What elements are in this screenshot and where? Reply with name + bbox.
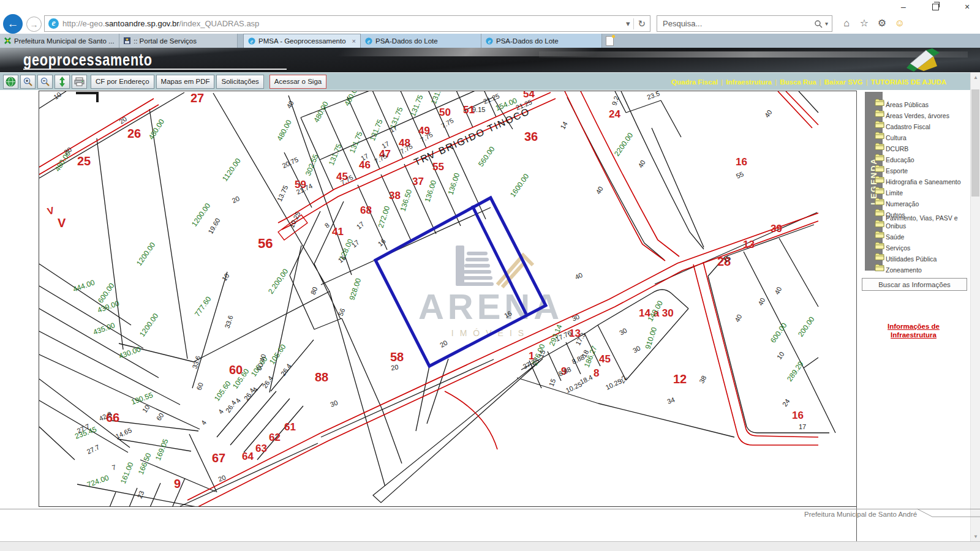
scroll-down-icon[interactable]: ▼ [971, 531, 980, 541]
lot-number-label: V [46, 205, 55, 217]
folder-icon [875, 131, 884, 142]
tab-label: PMSA - Geoprocessamento [258, 37, 346, 45]
folder-icon [875, 153, 884, 164]
app-logo-icon [905, 48, 948, 72]
folder-icon [875, 252, 884, 263]
favorites-star-icon[interactable]: ☆ [858, 17, 870, 29]
toolbar-link[interactable]: Infraestrutura [726, 78, 772, 86]
dimension-label: 40 [285, 99, 295, 110]
back-button[interactable]: ← [3, 14, 23, 34]
legend-item[interactable]: Numeração [875, 197, 970, 208]
folder-icon [875, 197, 884, 208]
close-button[interactable]: × [960, 1, 974, 12]
lot-number-label: 39 [771, 223, 782, 234]
legend-item[interactable]: Utilidades Pública [875, 252, 970, 263]
toolbar-link[interactable]: TUTORIAIS DE AJUDA [871, 78, 946, 86]
dimension-label: 15 [548, 378, 557, 388]
legend-item[interactable]: Limite [875, 186, 970, 197]
area-measure-label: 435.00 [92, 321, 116, 337]
window-titlebar: – × [0, 0, 980, 13]
dimension-label: 10 [141, 403, 151, 414]
browser-tab[interactable]: ePMSA - Geoprocessamento× [243, 34, 361, 48]
browser-tab[interactable]: :: Portal de Serviços [119, 34, 238, 48]
legend-item[interactable]: Serviços [875, 241, 970, 252]
lot-number-label: 8 [594, 367, 599, 379]
area-measure-label: 777.60 [193, 294, 213, 318]
home-icon[interactable]: ⌂ [840, 18, 853, 29]
browser-tab[interactable]: Prefeitura Municipal de Santo ... [0, 34, 119, 48]
minimize-button[interactable]: – [897, 1, 910, 12]
pan-button[interactable] [55, 75, 70, 89]
settings-gear-icon[interactable]: ⚙ [876, 17, 888, 29]
legend-item[interactable]: Hidrografia e Saneamento [875, 175, 970, 186]
legend-item[interactable]: Áreas Verdes, árvores [875, 109, 970, 120]
autocomplete-dropdown-icon[interactable]: ▾ [626, 19, 630, 28]
toolbar-button[interactable]: Solicitações [216, 75, 263, 89]
dimension-label: 14 [559, 120, 569, 130]
toolbar-link[interactable]: Quadra Fiscal [671, 78, 718, 86]
infraestrutura-link[interactable]: Informações de Infraestrutura [857, 322, 970, 339]
legend-item-label: DCURB [886, 145, 908, 153]
new-tab-button[interactable] [602, 34, 617, 48]
area-measure-label: 289.29 [785, 359, 805, 383]
toolbar-button[interactable]: Mapas em PDF [156, 75, 215, 89]
lot-number-label: 50 [439, 107, 451, 118]
zoom-out-button[interactable] [37, 75, 53, 89]
toolbar-link[interactable]: Busca Rua [780, 78, 816, 86]
buscar-informacoes-button[interactable]: Buscar as Informações [862, 278, 967, 291]
app-title: geoprocessamento [23, 51, 153, 70]
legend-item[interactable]: Educação [875, 153, 970, 164]
tab-close-icon[interactable]: × [352, 37, 356, 45]
search-dropdown-icon[interactable]: ▾ [825, 20, 828, 27]
search-icon[interactable] [814, 20, 823, 28]
lot-number-label: 88 [315, 370, 328, 384]
legend-item-label: Utilidades Pública [886, 255, 937, 263]
arena-watermark: ARENA IMÓVEIS [418, 246, 563, 338]
search-input[interactable]: Pesquisa... ▾ [657, 15, 832, 32]
legend-item[interactable]: DCURB [875, 142, 970, 153]
map-viewport[interactable]: ARENA IMÓVEIS TRV BRIGIDO TINOCO 2726255… [39, 91, 857, 507]
legend-item-label: Educação [886, 156, 914, 164]
feedback-smiley-icon[interactable]: ☺ [894, 18, 906, 29]
toolbar-button[interactable]: CF por Endereço [91, 75, 154, 89]
dimension-label: 8 [323, 221, 331, 229]
legend-item[interactable]: Cultura [875, 131, 970, 142]
folder-icon [875, 164, 884, 175]
browser-tab[interactable]: ePSA-Dados do Lote [361, 34, 481, 48]
banner-underline [23, 69, 287, 70]
browser-tab[interactable]: ePSA-Dados do Lote [481, 34, 602, 48]
restore-icon [932, 4, 939, 10]
search-placeholder: Pesquisa... [663, 19, 702, 28]
dimension-label: 4 [217, 408, 225, 415]
tab-label: PSA-Dados do Lote [375, 37, 438, 45]
forward-button[interactable]: → [26, 17, 42, 32]
acessar-siga-button[interactable]: Acessar o Siga [270, 75, 326, 89]
legend-item[interactable]: Áreas Públicas [875, 98, 970, 109]
lot-number-label: 16 [736, 156, 747, 168]
restore-button[interactable] [929, 4, 942, 10]
vertical-scrollbar[interactable]: ▲ ▼ [970, 72, 980, 541]
legend-item[interactable]: Pavimento, Vias, PASV e Onibus [875, 219, 970, 230]
address-bar[interactable]: e http://e-geo.santoandre.sp.gov.br/inde… [44, 15, 650, 32]
zoom-in-button[interactable] [20, 75, 36, 89]
legend-item[interactable]: Zoneamento [875, 263, 970, 274]
legend-item[interactable]: Cadastro Fiscal [875, 120, 970, 131]
lot-number-label: 12 [673, 372, 687, 386]
print-button[interactable] [72, 75, 87, 89]
navigation-bar: ← → e http://e-geo.santoandre.sp.gov.br/… [0, 13, 980, 34]
status-separator [0, 509, 980, 509]
area-measure-label: 136.50 [399, 188, 414, 212]
area-measure-label: 136.00 [423, 179, 439, 203]
scroll-up-icon[interactable]: ▲ [971, 72, 980, 82]
folder-icon [875, 219, 884, 230]
toolbar-link[interactable]: Baixar SVG [824, 78, 863, 86]
legend-item[interactable]: Esporte [875, 164, 970, 175]
area-measure-label: 2.200,00 [266, 267, 290, 296]
globe-button[interactable] [3, 75, 18, 89]
scrollbar-thumb[interactable] [971, 89, 979, 197]
lot-number-label: 9 [174, 477, 181, 490]
horizontal-scrollbar[interactable] [0, 541, 980, 551]
legend-item[interactable]: Saúde [875, 230, 970, 241]
dimension-label: 40 [574, 271, 584, 281]
refresh-icon[interactable]: ↻ [638, 18, 646, 29]
